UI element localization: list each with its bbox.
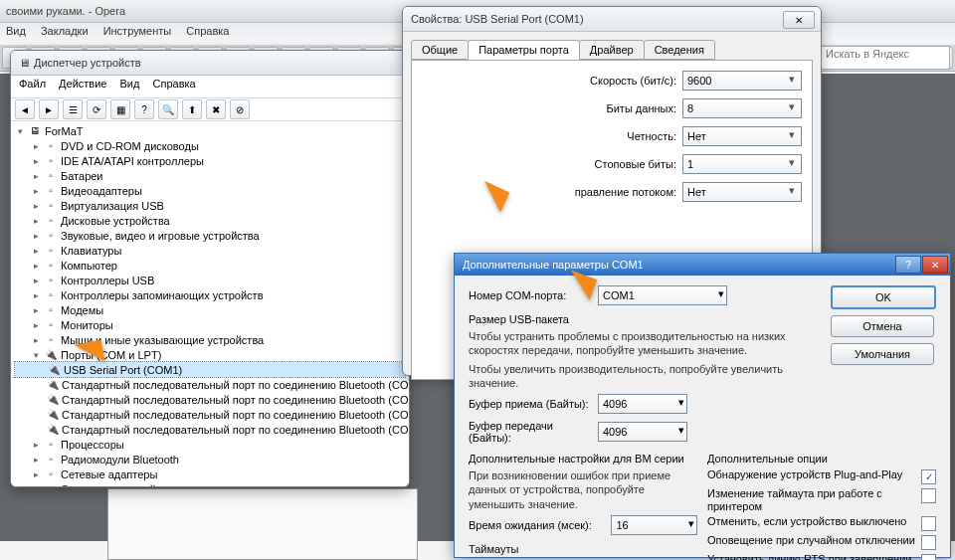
- option-label: Отменить, если устройство выключено: [707, 515, 915, 528]
- flowctl-label: правление потоком:: [575, 186, 676, 198]
- device-icon: ▫: [44, 288, 58, 302]
- scan-icon[interactable]: 🔍: [158, 99, 178, 119]
- ok-button[interactable]: OK: [831, 285, 936, 309]
- back-icon[interactable]: ◄: [15, 99, 35, 119]
- menu-help[interactable]: Справка: [186, 25, 229, 37]
- close-button[interactable]: ✕: [922, 256, 948, 274]
- option-row: Оповещение при случайном отключении: [707, 534, 936, 550]
- rx-combo[interactable]: 4096: [598, 394, 687, 414]
- device-icon: ▫: [44, 169, 58, 183]
- taskbar-thumbnail: [107, 488, 418, 560]
- usb-help-text: Чтобы устранить проблемы с производитель…: [469, 329, 787, 358]
- option-label: Оповещение при случайном отключении: [707, 534, 915, 547]
- tree-bt-port[interactable]: 🔌Стандартный последовательный порт по со…: [15, 422, 405, 437]
- tree-category[interactable]: ▸▫Дисковые устройства: [15, 213, 405, 228]
- show-icon[interactable]: ☰: [63, 99, 83, 119]
- device-icon: ▫: [44, 438, 58, 452]
- option-checkbox[interactable]: ✓: [921, 469, 936, 484]
- databits-combo[interactable]: 8: [682, 98, 802, 118]
- dm-toolbar[interactable]: ◄ ► ☰ ⟳ ▦ ? 🔍 ⬆ ✖ ⊘: [11, 98, 409, 121]
- uninstall-icon[interactable]: ✖: [206, 99, 226, 119]
- option-checkbox[interactable]: [921, 516, 936, 531]
- dm-tree[interactable]: ▾🖥ForMaT ▸▫DVD и CD-ROM дисководы▸▫IDE A…: [11, 121, 409, 486]
- tree-category[interactable]: ▸▫DVD и CD-ROM дисководы: [15, 138, 405, 153]
- tab-general[interactable]: Общие: [411, 40, 469, 60]
- stopbits-combo[interactable]: 1: [682, 154, 802, 174]
- flowctl-combo[interactable]: Нет: [682, 182, 802, 202]
- computer-icon: 🖥: [19, 57, 30, 69]
- dm-menu-action[interactable]: Действие: [59, 78, 106, 90]
- dm-menu-view[interactable]: Вид: [120, 78, 140, 90]
- help-icon[interactable]: ?: [134, 99, 154, 119]
- device-icon: ▫: [44, 333, 58, 347]
- tree-category[interactable]: ▸▫Батареи: [15, 168, 405, 183]
- latency-combo[interactable]: 16: [611, 515, 697, 535]
- tree-category[interactable]: ▸▫Системные устройства: [15, 481, 405, 486]
- defaults-button[interactable]: Умолчания: [831, 343, 934, 365]
- disable-icon[interactable]: ⊘: [230, 99, 250, 119]
- databits-label: Биты данных:: [606, 102, 676, 114]
- tree-category[interactable]: ▸▫Модемы: [15, 302, 405, 317]
- port-icon: 🔌: [47, 423, 59, 437]
- advanced-dialog: Дополнительные параметры COM1 ? ✕ Номер …: [454, 253, 951, 558]
- usb-help-text: Чтобы увеличить производительность, попр…: [469, 362, 787, 391]
- speed-combo[interactable]: 9600: [682, 71, 802, 91]
- props-title: Свойства: USB Serial Port (COM1): [411, 13, 584, 25]
- dm-menubar[interactable]: Файл Действие Вид Справка: [11, 76, 409, 98]
- latency-label: Время ожидания (мсек):: [469, 519, 611, 531]
- tab-driver[interactable]: Драйвер: [579, 40, 645, 60]
- tree-bt-port[interactable]: 🔌Стандартный последовательный порт по со…: [15, 392, 405, 407]
- tree-bt-port[interactable]: 🔌Стандартный последовательный порт по со…: [15, 377, 405, 392]
- props-tabs[interactable]: Общие Параметры порта Драйвер Сведения: [411, 40, 813, 60]
- tx-combo[interactable]: 4096: [598, 422, 687, 442]
- rx-label: Буфер приема (Байты):: [469, 398, 598, 410]
- device-icon: ▫: [44, 318, 58, 332]
- tree-category[interactable]: ▸▫Компьютер: [15, 258, 405, 273]
- close-button[interactable]: ✕: [783, 11, 815, 29]
- dm-menu-file[interactable]: Файл: [19, 78, 46, 90]
- option-label: Обнаружение устройств Plug-and-Play: [707, 468, 915, 481]
- tree-category[interactable]: ▸▫Клавиатуры: [15, 243, 405, 258]
- menu-bookmarks[interactable]: Закладки: [41, 25, 89, 37]
- option-checkbox[interactable]: [921, 535, 936, 550]
- tree-category[interactable]: ▸▫Процессоры: [15, 437, 405, 452]
- refresh-icon[interactable]: ⟳: [87, 99, 106, 119]
- dm-titlebar: 🖥 Диспетчер устройств: [11, 51, 409, 76]
- opera-search-input[interactable]: Искать в Яндекс: [821, 46, 950, 70]
- parity-label: Четность:: [627, 130, 676, 142]
- computer-icon: 🖥: [28, 124, 42, 138]
- tree-bt-port[interactable]: 🔌Стандартный последовательный порт по со…: [15, 407, 405, 422]
- tab-details[interactable]: Сведения: [644, 40, 715, 60]
- tree-category[interactable]: ▸▫Звуковые, видео и игровые устройства: [15, 228, 405, 243]
- tab-port-settings[interactable]: Параметры порта: [468, 40, 580, 60]
- tree-category[interactable]: ▸▫Радиомодули Bluetooth: [15, 452, 405, 467]
- opera-title: своими руками. - Opera: [6, 5, 125, 17]
- opts-group-label: Дополнительные опции: [707, 453, 936, 465]
- tree-category[interactable]: ▸▫Видеоадаптеры: [15, 183, 405, 198]
- option-checkbox[interactable]: [921, 554, 936, 560]
- props-icon[interactable]: ▦: [110, 99, 130, 119]
- comport-combo[interactable]: COM1: [598, 285, 727, 305]
- tree-category[interactable]: ▸▫Мониторы: [15, 317, 405, 332]
- tree-category[interactable]: ▸▫Виртуализация USB: [15, 198, 405, 213]
- option-row: Изменение таймаута при работе с принтеро…: [707, 487, 936, 512]
- option-checkbox[interactable]: [921, 488, 936, 503]
- tree-category[interactable]: ▸▫Сетевые адаптеры: [15, 467, 405, 481]
- tree-root[interactable]: ▾🖥ForMaT: [15, 123, 405, 138]
- help-button[interactable]: ?: [895, 256, 921, 274]
- forward-icon[interactable]: ►: [39, 99, 59, 119]
- menu-tools[interactable]: Инструменты: [103, 25, 172, 37]
- tree-category[interactable]: ▸▫IDE ATA/ATAPI контроллеры: [15, 153, 405, 168]
- device-icon: ▫: [44, 244, 58, 258]
- cancel-button[interactable]: Отмена: [831, 315, 934, 337]
- tree-category[interactable]: ▸▫Контроллеры запоминающих устройств: [15, 287, 405, 302]
- device-icon: ▫: [44, 139, 58, 153]
- adv-titlebar: Дополнительные параметры COM1 ? ✕: [455, 254, 950, 276]
- tree-category[interactable]: ▸▫Контроллеры USB: [15, 273, 405, 287]
- port-icon: 🔌: [47, 378, 59, 392]
- option-row: Обнаружение устройств Plug-and-Play✓: [707, 468, 936, 484]
- dm-menu-help[interactable]: Справка: [153, 78, 196, 90]
- parity-combo[interactable]: Нет: [682, 126, 802, 146]
- update-icon[interactable]: ⬆: [182, 99, 202, 119]
- menu-view[interactable]: Вид: [6, 25, 26, 37]
